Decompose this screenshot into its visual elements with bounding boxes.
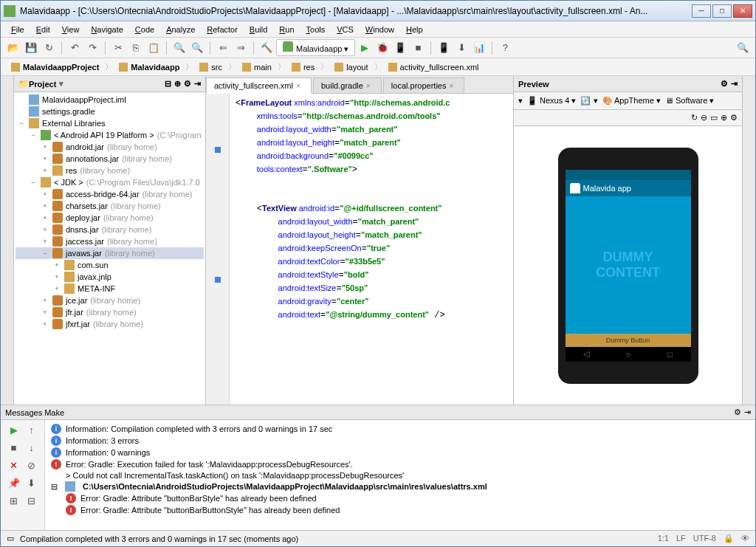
- tree-item[interactable]: −External Libraries: [16, 117, 204, 129]
- gear-icon[interactable]: ⚙: [184, 79, 191, 89]
- right-gutter[interactable]: [742, 76, 755, 405]
- tab-close-icon[interactable]: ×: [296, 82, 303, 89]
- message-item[interactable]: > Could not call IncrementalTask.taskAct…: [48, 470, 752, 481]
- cursor-position[interactable]: 1:1: [658, 534, 669, 543]
- project-tree[interactable]: MalavidaappProject.imlsettings.gradle−Ex…: [14, 92, 205, 405]
- pin-icon[interactable]: 📌: [7, 476, 21, 489]
- message-item[interactable]: !Error: Gradle: Attribute "buttonBarStyl…: [48, 492, 752, 504]
- run-config-selector[interactable]: Malavidaapp ▾: [276, 39, 355, 56]
- tree-toggle-icon[interactable]: −: [41, 250, 49, 257]
- avd-icon[interactable]: 📱: [436, 40, 452, 56]
- copy-icon[interactable]: ⎘: [128, 40, 144, 56]
- redo-icon[interactable]: ↷: [84, 40, 100, 56]
- down-icon[interactable]: ↓: [25, 441, 38, 454]
- find-icon[interactable]: 🔍: [171, 40, 188, 56]
- line-ending[interactable]: LF: [676, 534, 686, 543]
- expand-icon[interactable]: ⊞: [7, 494, 21, 507]
- tree-item[interactable]: MalavidaappProject.iml: [16, 94, 204, 106]
- tree-item[interactable]: settings.gradle: [16, 106, 204, 117]
- menu-navigate[interactable]: Navigate: [85, 23, 128, 36]
- tree-toggle-icon[interactable]: +: [41, 143, 49, 151]
- tree-toggle-icon[interactable]: +: [52, 261, 61, 269]
- code-area[interactable]: <FrameLayout xmlns:android="http://schem…: [230, 94, 513, 405]
- menu-edit[interactable]: Edit: [30, 23, 56, 36]
- breakpoint-icon[interactable]: [215, 277, 221, 283]
- inspector-icon[interactable]: 👁: [741, 534, 749, 543]
- editor-gutter[interactable]: [206, 94, 230, 405]
- collapse-icon[interactable]: ⊟: [25, 494, 38, 507]
- tree-toggle-icon[interactable]: −: [29, 131, 38, 139]
- minimize-button[interactable]: ─: [692, 4, 711, 18]
- breadcrumb-item[interactable]: main: [236, 61, 278, 73]
- zoom-fit-icon[interactable]: ▭: [710, 113, 718, 123]
- settings-icon[interactable]: ⚙: [730, 113, 738, 123]
- tree-item[interactable]: +res(library home): [16, 165, 204, 176]
- export-icon[interactable]: ⬇: [25, 476, 38, 489]
- stop-icon[interactable]: ■: [7, 441, 21, 454]
- tree-toggle-icon[interactable]: +: [41, 309, 49, 316]
- tree-item[interactable]: −< Android API 19 Platform >(C:\Program: [16, 129, 204, 141]
- lock-icon[interactable]: 🔒: [724, 534, 734, 543]
- tree-item[interactable]: −javaws.jar(library home): [16, 247, 204, 259]
- run-icon[interactable]: ▶: [357, 40, 373, 56]
- device-selector[interactable]: 📱 Nexus 4 ▾: [527, 96, 576, 106]
- target-icon[interactable]: ⊕: [174, 79, 181, 89]
- tree-toggle-icon[interactable]: +: [41, 226, 49, 233]
- tree-item[interactable]: +META-INF: [16, 283, 204, 295]
- menu-build[interactable]: Build: [244, 23, 273, 36]
- message-item[interactable]: iInformation: Compilation completed with…: [48, 423, 752, 435]
- tree-toggle-icon[interactable]: +: [41, 320, 49, 328]
- breadcrumb-item[interactable]: src: [193, 61, 228, 73]
- hide-icon[interactable]: ⇥: [194, 79, 201, 89]
- menu-refactor[interactable]: Refactor: [201, 23, 244, 36]
- tree-toggle-icon[interactable]: +: [41, 297, 49, 304]
- monitor-icon[interactable]: 📊: [471, 40, 487, 56]
- message-item[interactable]: iInformation: 3 errors: [48, 435, 752, 447]
- gear-icon[interactable]: ⚙: [734, 407, 741, 417]
- tree-item[interactable]: +com.sun: [16, 259, 204, 271]
- filter-icon[interactable]: ⊘: [25, 458, 38, 472]
- gear-icon[interactable]: ⚙: [721, 79, 728, 89]
- tree-toggle-icon[interactable]: +: [41, 238, 49, 245]
- tree-item[interactable]: +deploy.jar(library home): [16, 212, 204, 224]
- zoom-out-icon[interactable]: ⊖: [701, 113, 707, 123]
- titlebar[interactable]: Malavidaapp - [C:\Users\Ontecnia\Android…: [1, 1, 755, 21]
- menu-run[interactable]: Run: [273, 23, 300, 36]
- tree-toggle-icon[interactable]: ⊟: [51, 482, 58, 492]
- collapse-icon[interactable]: ⊟: [165, 79, 171, 89]
- zoom-in-icon[interactable]: ⊕: [721, 113, 727, 123]
- undo-icon[interactable]: ↶: [66, 40, 83, 56]
- editor-tab[interactable]: build.gradle×: [313, 78, 382, 93]
- tree-toggle-icon[interactable]: −: [17, 120, 26, 127]
- status-hide-icon[interactable]: ▭: [7, 534, 14, 543]
- up-icon[interactable]: ↑: [25, 423, 38, 436]
- help-icon[interactable]: ?: [497, 40, 513, 56]
- dropdown-icon[interactable]: ▾: [59, 79, 63, 89]
- tab-close-icon[interactable]: ×: [366, 82, 374, 89]
- message-item[interactable]: iInformation: 0 warnings: [48, 447, 752, 458]
- back-icon[interactable]: ⇐: [215, 40, 231, 56]
- menu-vcs[interactable]: VCS: [331, 23, 360, 36]
- tree-toggle-icon[interactable]: +: [52, 285, 61, 292]
- menu-window[interactable]: Window: [360, 23, 400, 36]
- tree-toggle-icon[interactable]: +: [41, 167, 49, 174]
- tree-item[interactable]: +jce.jar(library home): [16, 295, 204, 306]
- open-icon[interactable]: 📂: [5, 40, 21, 56]
- hide-icon[interactable]: ⇥: [744, 407, 751, 417]
- menu-file[interactable]: File: [5, 23, 30, 36]
- orientation-icon[interactable]: 🔃 ▾: [580, 96, 597, 106]
- cut-icon[interactable]: ✂: [110, 40, 126, 56]
- tree-toggle-icon[interactable]: −: [29, 179, 38, 186]
- menu-help[interactable]: Help: [400, 23, 429, 36]
- theme-selector[interactable]: 🎨 AppTheme ▾: [602, 96, 661, 106]
- breadcrumb-item[interactable]: Malavidaapp: [113, 61, 185, 73]
- hide-icon[interactable]: ⇥: [731, 79, 738, 89]
- palette-icon[interactable]: ▾: [518, 96, 523, 106]
- message-item[interactable]: !Error: Gradle: Attribute "buttonBarButt…: [48, 504, 752, 516]
- tree-toggle-icon[interactable]: +: [41, 155, 49, 162]
- message-item[interactable]: ⊟ C:\Users\Ontecnia\AndroidStudioProject…: [48, 481, 752, 492]
- tree-item[interactable]: +android.jar(library home): [16, 141, 204, 153]
- breadcrumb-item[interactable]: MalavidaappProject: [5, 61, 105, 73]
- debug-icon[interactable]: 🐞: [374, 40, 391, 56]
- message-item[interactable]: !Error: Gradle: Execution failed for tas…: [48, 458, 752, 470]
